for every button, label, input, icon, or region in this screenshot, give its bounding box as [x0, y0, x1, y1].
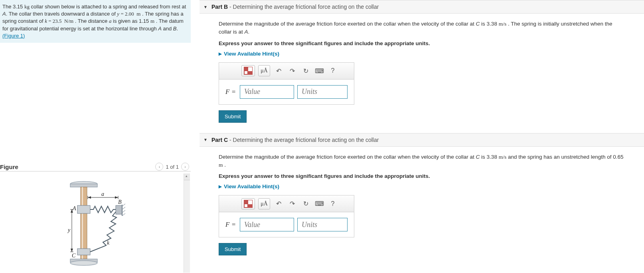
help-button[interactable]: ? — [328, 199, 338, 209]
figure-counter: 1 of 1 — [166, 164, 179, 170]
redo-button[interactable]: ↷ — [287, 199, 297, 209]
keyboard-button[interactable]: ⌨ — [314, 199, 324, 209]
part-b-instruction: Express your answer to three significant… — [219, 40, 625, 46]
figure-next-button[interactable]: › — [181, 163, 189, 171]
part-b-answer-row: F = — [219, 80, 354, 104]
part-b-units-input[interactable] — [297, 85, 348, 99]
template-icon — [244, 67, 253, 75]
problem-statement: The 3.15 kg collar shown below is attach… — [0, 0, 191, 43]
part-b-submit-button[interactable]: Submit — [219, 110, 247, 123]
svg-marker-18 — [115, 196, 118, 199]
figure-link[interactable]: (Figure 1) — [2, 33, 25, 39]
figure-title: Figure — [0, 163, 18, 170]
svg-rect-6 — [77, 205, 90, 213]
part-b-var: F = — [223, 88, 237, 96]
part-b-value-input[interactable] — [240, 85, 294, 99]
part-c-units-input[interactable] — [297, 218, 348, 231]
svg-marker-8 — [116, 205, 122, 214]
part-b-toolbar: μÅ ↶ ↷ ↻ ⌨ ? — [219, 63, 354, 80]
label-k: k — [107, 240, 110, 246]
part-c-answer-box: μÅ ↶ ↷ ↻ ⌨ ? F = — [219, 195, 354, 237]
svg-line-11 — [122, 207, 125, 209]
reset-button[interactable]: ↻ — [300, 199, 311, 209]
part-b-hints-link[interactable]: ▶ View Available Hint(s) — [219, 51, 279, 57]
svg-marker-21 — [71, 249, 73, 252]
keyboard-button[interactable]: ⌨ — [314, 66, 324, 76]
part-b-question: Determine the magnitude of the average f… — [219, 20, 625, 36]
part-c-header[interactable]: ▼ Part C - Determining the average frict… — [200, 133, 644, 147]
figure-diagram: a y A B k C — [60, 177, 140, 269]
svg-line-10 — [122, 204, 125, 206]
help-button[interactable]: ? — [328, 66, 338, 76]
label-C: C — [72, 253, 76, 259]
part-c-toolbar: μÅ ↶ ↷ ↻ ⌨ ? — [219, 195, 354, 212]
part-b-header[interactable]: ▼ Part B - Determining the average frict… — [200, 0, 644, 14]
figure-scrollbar[interactable] — [184, 173, 190, 273]
part-c-subtitle: Determining the average frictional force… — [233, 137, 379, 143]
svg-rect-2 — [81, 187, 87, 259]
right-column: ▼ Part B - Determining the average frict… — [200, 0, 644, 273]
part-c-submit-button[interactable]: Submit — [219, 243, 247, 255]
part-c-body: Determine the magnitude of the average f… — [200, 147, 644, 264]
svg-rect-1 — [70, 184, 97, 187]
label-A: A — [72, 205, 76, 211]
redo-button[interactable]: ↷ — [287, 66, 297, 76]
svg-line-13 — [122, 213, 125, 216]
part-c-question: Determine the magnitude of the average f… — [219, 153, 625, 169]
left-column: The 3.15 kg collar shown below is attach… — [0, 0, 191, 273]
caret-right-icon: ▶ — [219, 52, 222, 56]
figure-prev-button[interactable]: ‹ — [155, 163, 163, 171]
part-b-answer-box: μÅ ↶ ↷ ↻ ⌨ ? F = — [219, 62, 354, 105]
reset-button[interactable]: ↻ — [300, 66, 311, 76]
figure-divider — [0, 171, 191, 171]
collapse-icon: ▼ — [203, 5, 207, 9]
part-b-subtitle: Determining the average frictional force… — [233, 4, 379, 10]
figure-area: a y A B k C — [0, 173, 190, 273]
part-c-label: Part C — [211, 137, 228, 143]
svg-marker-17 — [88, 196, 91, 199]
greek-button[interactable]: μÅ — [258, 198, 270, 209]
svg-rect-3 — [82, 187, 83, 259]
part-c-hints-text: View Available Hint(s) — [224, 183, 279, 189]
part-b-label: Part B — [211, 4, 228, 10]
part-c-var: F = — [223, 221, 237, 229]
part-c-value-input[interactable] — [240, 218, 294, 231]
figure-nav: ‹ 1 of 1 › — [155, 163, 189, 171]
svg-point-5 — [70, 261, 97, 265]
label-B: B — [118, 199, 122, 205]
template-button[interactable] — [241, 198, 255, 209]
label-y: y — [67, 227, 71, 233]
svg-line-12 — [122, 210, 125, 213]
template-icon — [244, 200, 253, 208]
part-c-instruction: Express your answer to three significant… — [219, 173, 625, 179]
part-b-body: Determine the magnitude of the average f… — [200, 14, 644, 131]
collapse-icon: ▼ — [203, 137, 207, 142]
greek-button[interactable]: μÅ — [258, 65, 270, 76]
undo-button[interactable]: ↶ — [273, 66, 284, 76]
part-c-hints-link[interactable]: ▶ View Available Hint(s) — [219, 183, 279, 189]
caret-right-icon: ▶ — [219, 184, 222, 189]
part-b-hints-text: View Available Hint(s) — [224, 51, 279, 57]
undo-button[interactable]: ↶ — [273, 199, 284, 209]
svg-rect-7 — [77, 249, 90, 255]
problem-text: The 3.15 kg collar shown below is attach… — [2, 4, 186, 32]
part-c-answer-row: F = — [219, 212, 354, 237]
label-a: a — [101, 191, 104, 197]
template-button[interactable] — [241, 65, 255, 76]
